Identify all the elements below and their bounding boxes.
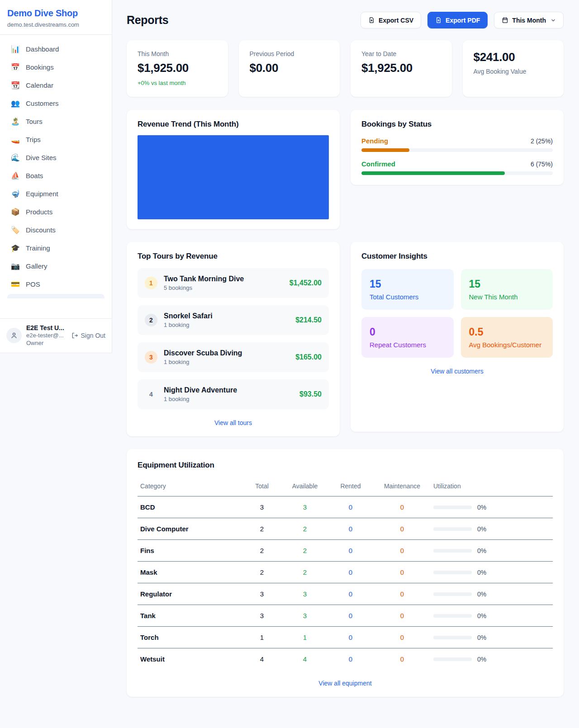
table-row: Tank 3 3 0 0 0% [138, 605, 553, 627]
sidebar-item-training[interactable]: 🎓Training [4, 239, 108, 257]
tag-icon: 🏷️ [11, 226, 20, 234]
sidebar-item-label: Equipment [26, 190, 58, 198]
calendar-icon: 📅 [11, 63, 20, 71]
package-icon: 📦 [11, 208, 20, 216]
cell-total: 4 [242, 648, 282, 670]
cell-maintenance: 0 [374, 540, 431, 562]
sidebar-item-dashboard[interactable]: 📊Dashboard [4, 40, 108, 58]
utilization-text: 0% [477, 634, 486, 641]
cell-category: BCD [138, 496, 242, 518]
cell-utilization: 0% [431, 518, 553, 540]
sidebar-item-label: Dashboard [26, 45, 59, 53]
shop-name: Demo Dive Shop [7, 8, 104, 19]
tour-name: Snorkel Safari [164, 312, 289, 320]
revenue-trend-chart [138, 135, 329, 219]
tour-row: 1 Two Tank Morning Dive5 bookings $1,452… [138, 268, 329, 298]
export-pdf-button[interactable]: Export PDF [427, 12, 488, 28]
utilization-text: 0% [477, 525, 486, 533]
bookings-by-status-title: Bookings by Status [361, 120, 553, 129]
progress-fill [361, 171, 505, 175]
tour-revenue: $1,452.00 [290, 279, 322, 287]
cell-maintenance: 0 [374, 605, 431, 627]
stat-card-this-month: This Month $1,925.00 +0% vs last month [127, 40, 228, 97]
cell-utilization: 0% [431, 605, 553, 627]
sign-out-button[interactable]: Sign Out [71, 332, 105, 339]
cell-total: 3 [242, 496, 282, 518]
wave-icon: 🌊 [11, 153, 20, 162]
sidebar-item-products[interactable]: 📦Products [4, 203, 108, 221]
sidebar-item-customers[interactable]: 👥Customers [4, 95, 108, 112]
tour-revenue: $214.50 [295, 316, 322, 324]
sidebar-item-bookings[interactable]: 📅Bookings [4, 58, 108, 76]
sidebar-item-tours[interactable]: 🏝️Tours [4, 113, 108, 130]
cell-available: 3 [282, 583, 327, 605]
credit-card-icon: 💳 [11, 280, 20, 288]
utilization-bar [433, 636, 472, 639]
sidebar-item-partial[interactable] [7, 294, 104, 298]
sidebar-item-equipment[interactable]: 🤿Equipment [4, 185, 108, 203]
cell-total: 3 [242, 583, 282, 605]
tile-label: New This Month [469, 293, 545, 301]
column-header: Available [282, 479, 327, 496]
cell-category: Tank [138, 605, 242, 627]
period-dropdown[interactable]: This Month [494, 12, 564, 28]
rank-badge: 3 [145, 351, 157, 364]
cell-maintenance: 0 [374, 648, 431, 670]
cell-maintenance: 0 [374, 562, 431, 583]
tile-value: 0 [370, 326, 446, 338]
cell-maintenance: 0 [374, 583, 431, 605]
stat-value: $1,925.00 [138, 61, 217, 75]
sidebar-item-label: Tours [26, 118, 43, 125]
sidebar-item-trips[interactable]: 🚤Trips [4, 131, 108, 148]
stat-value: $0.00 [250, 61, 329, 75]
table-row: Dive Computer 2 2 0 0 0% [138, 518, 553, 540]
view-all-customers-link[interactable]: View all customers [361, 368, 553, 375]
cell-maintenance: 0 [374, 627, 431, 648]
insight-tiles: 15 Total Customers 15 New This Month 0 R… [361, 269, 553, 358]
cell-maintenance: 0 [374, 518, 431, 540]
charts-row: Revenue Trend (This Month) Bookings by S… [127, 110, 564, 229]
sidebar-item-boats[interactable]: ⛵Boats [4, 167, 108, 184]
sidebar-item-discounts[interactable]: 🏷️Discounts [4, 221, 108, 239]
sidebar-item-dive-sites[interactable]: 🌊Dive Sites [4, 149, 108, 166]
status-value: 6 (75%) [531, 161, 553, 168]
sidebar-header: Demo Dive Shop demo.test.divestreams.com [0, 0, 112, 35]
stat-value: $1,925.00 [361, 61, 441, 75]
cell-category: Fins [138, 540, 242, 562]
table-row: Fins 2 2 0 0 0% [138, 540, 553, 562]
utilization-bar [433, 657, 472, 661]
cell-utilization: 0% [431, 496, 553, 518]
sidebar-nav: 📊Dashboard 📅Bookings 📆Calendar 👥Customer… [0, 35, 112, 298]
tile-value: 15 [370, 278, 446, 290]
cell-rented: 0 [327, 540, 374, 562]
view-all-equipment-link[interactable]: View all equipment [138, 680, 553, 687]
tile-value: 15 [469, 278, 545, 290]
status-value: 2 (25%) [531, 137, 553, 145]
sidebar-item-calendar[interactable]: 📆Calendar [4, 76, 108, 94]
export-csv-button[interactable]: Export CSV [361, 12, 421, 28]
sidebar: Demo Dive Shop demo.test.divestreams.com… [0, 0, 112, 353]
tile-new-this-month: 15 New This Month [461, 269, 553, 310]
person-icon [10, 331, 18, 340]
stat-card-avg-booking-value: $241.00 Avg Booking Value [463, 40, 564, 97]
cell-rented: 0 [327, 583, 374, 605]
logout-icon [71, 332, 78, 339]
sidebar-item-label: Dive Sites [26, 154, 57, 161]
table-header-row: Category Total Available Rented Maintena… [138, 479, 553, 496]
top-tours-card: Top Tours by Revenue 1 Two Tank Morning … [127, 242, 340, 436]
progress-track [361, 171, 553, 175]
bookings-by-status-card: Bookings by Status Pending 2 (25%) Confi… [351, 110, 564, 185]
column-header: Maintenance [374, 479, 431, 496]
table-row: Wetsuit 4 4 0 0 0% [138, 648, 553, 670]
tile-total-customers: 15 Total Customers [361, 269, 454, 310]
column-header: Total [242, 479, 282, 496]
sidebar-user-footer: E2E Test U... e2e-tester@... Owner Sign … [0, 318, 112, 353]
utilization-bar [433, 527, 472, 531]
view-all-tours-link[interactable]: View all tours [138, 419, 329, 426]
sidebar-item-gallery[interactable]: 📷Gallery [4, 257, 108, 275]
sign-out-label: Sign Out [81, 332, 105, 339]
sidebar-item-pos[interactable]: 💳POS [4, 275, 108, 293]
tour-row: 2 Snorkel Safari1 booking $214.50 [138, 305, 329, 335]
utilization-bar [433, 614, 472, 618]
cell-category: Dive Computer [138, 518, 242, 540]
